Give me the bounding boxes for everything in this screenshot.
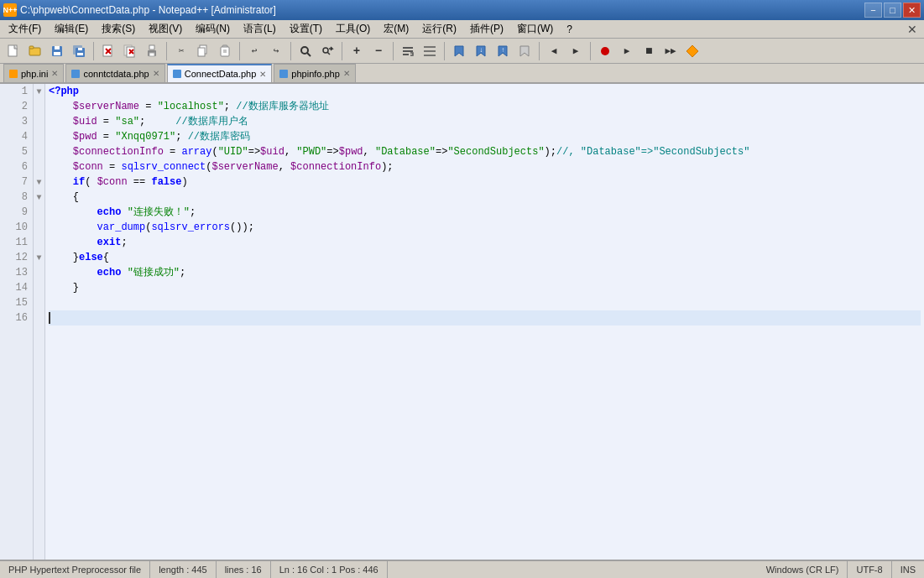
tb-macro-save[interactable]: [682, 41, 702, 61]
tb-save[interactable]: [47, 41, 67, 61]
tb-bookmark-clear[interactable]: [514, 41, 535, 61]
menu-run[interactable]: 运行(R): [415, 20, 463, 38]
tb-cut[interactable]: ✂: [171, 41, 191, 61]
code-line-15: [49, 295, 921, 310]
tb-zoom-in[interactable]: +: [347, 41, 367, 61]
minimize-button[interactable]: −: [864, 3, 882, 18]
tb-run-macro[interactable]: ▶▶: [660, 41, 681, 61]
status-insertmode: INS: [892, 561, 924, 578]
line-num-9: 9: [0, 205, 33, 220]
window-controls: − □ ✕: [864, 3, 921, 18]
line-num-15: 15: [0, 295, 33, 310]
fold-4: [34, 129, 44, 144]
tab-icon-phpinfo: [279, 70, 288, 78]
code-line-11: exit;: [49, 235, 921, 250]
tb-new[interactable]: [3, 41, 23, 61]
tab-close-phpini[interactable]: ✕: [51, 69, 58, 78]
tb-redo[interactable]: ↪: [266, 41, 286, 61]
tab-icon-conntctdata: [71, 70, 80, 78]
tb-wrap[interactable]: [398, 41, 418, 61]
menu-close-button[interactable]: ✕: [902, 23, 922, 36]
tb-copy[interactable]: [193, 41, 213, 61]
title-bar: N++ C:\phpweb\ConnectData.php - Notepad+…: [0, 0, 924, 20]
tab-phpini[interactable]: php.ini ✕: [3, 64, 64, 82]
svg-marker-36: [455, 46, 463, 56]
menu-encoding[interactable]: 编码(N): [189, 20, 237, 38]
tab-close-phpinfo[interactable]: ✕: [343, 69, 350, 78]
fold-7[interactable]: ▼: [34, 174, 44, 190]
maximize-button[interactable]: □: [884, 3, 901, 18]
menu-macro[interactable]: 宏(M): [377, 20, 415, 38]
tb-nav-back[interactable]: ◀: [544, 41, 564, 61]
status-bar: PHP Hypertext Preprocessor file length :…: [0, 560, 924, 578]
tb-zoom-out[interactable]: −: [368, 41, 389, 61]
tab-close-connectdata[interactable]: ✕: [259, 70, 266, 79]
tab-phpinfo[interactable]: phpinfo.php ✕: [274, 64, 356, 82]
svg-text:↓: ↓: [479, 46, 483, 54]
code-line-5: $connectionInfo = array("UID"=>$uid, "PW…: [49, 144, 921, 159]
tb-undo[interactable]: ↩: [244, 41, 264, 61]
tb-print[interactable]: [142, 41, 162, 61]
code-line-16[interactable]: [49, 310, 921, 325]
svg-rect-4: [55, 46, 60, 49]
tb-indent[interactable]: [420, 41, 440, 61]
menu-language[interactable]: 语言(L): [237, 20, 283, 38]
line-num-1: 1: [0, 84, 33, 99]
tb-playback[interactable]: ▶: [617, 41, 637, 61]
close-button[interactable]: ✕: [903, 3, 921, 18]
tab-label-connectdata: ConnectData.php: [185, 69, 257, 79]
menu-tools[interactable]: 工具(O): [329, 20, 377, 38]
status-lines: lines : 16: [217, 561, 271, 578]
fold-5: [34, 144, 44, 159]
code-line-8: {: [49, 190, 921, 205]
menu-bar: 文件(F) 编辑(E) 搜索(S) 视图(V) 编码(N) 语言(L) 设置(T…: [0, 20, 924, 39]
tb-open[interactable]: [25, 41, 45, 61]
tb-save-all[interactable]: [69, 41, 89, 61]
code-area[interactable]: 1 2 3 4 5 6 7 8 9 10 11 12 13 14 15 16 ▼…: [0, 84, 924, 560]
menu-search[interactable]: 搜索(S): [95, 20, 142, 38]
svg-marker-43: [686, 45, 698, 57]
svg-line-29: [327, 52, 330, 55]
menu-view[interactable]: 视图(V): [142, 20, 189, 38]
line-num-4: 4: [0, 129, 33, 144]
tb-nav-fwd[interactable]: ▶: [566, 41, 586, 61]
menu-help[interactable]: ?: [560, 20, 579, 38]
tab-close-conntctdata[interactable]: ✕: [153, 69, 159, 78]
code-editor[interactable]: <?php $serverName = "localhost"; //数据库服务…: [45, 84, 924, 560]
menu-file[interactable]: 文件(F): [2, 20, 48, 38]
fold-1[interactable]: ▼: [34, 84, 44, 99]
fold-12[interactable]: ▼: [34, 250, 44, 265]
sep9: [590, 42, 591, 60]
code-line-2: $serverName = "localhost"; //数据库服务器地址: [49, 99, 921, 114]
tb-stop[interactable]: ⏹: [639, 41, 659, 61]
code-line-14: }: [49, 280, 921, 295]
tab-label-phpinfo: phpinfo.php: [291, 69, 340, 79]
tb-close[interactable]: [98, 41, 118, 61]
tab-conntctdata[interactable]: conntctdata.php ✕: [65, 64, 164, 82]
tb-replace[interactable]: [317, 41, 337, 61]
status-filetype: PHP Hypertext Preprocessor file: [0, 561, 150, 578]
tb-close-all[interactable]: [120, 41, 140, 61]
menu-edit[interactable]: 编辑(E): [48, 20, 95, 38]
tb-paste[interactable]: [215, 41, 235, 61]
line-num-2: 2: [0, 99, 33, 114]
code-line-10: var_dump(sqlsrv_errors());: [49, 220, 921, 235]
status-lineending: Windows (CR LF): [758, 561, 848, 578]
menu-plugins[interactable]: 插件(P): [463, 20, 510, 38]
tb-find[interactable]: [295, 41, 316, 61]
menu-window[interactable]: 窗口(W): [510, 20, 560, 38]
tb-bookmark-prev[interactable]: ↑: [493, 41, 513, 61]
svg-rect-21: [198, 48, 205, 56]
tb-bookmark-toggle[interactable]: [449, 41, 469, 61]
svg-point-42: [601, 47, 609, 55]
tb-record[interactable]: [595, 41, 615, 61]
tb-bookmark-next[interactable]: ↓: [471, 41, 491, 61]
status-position: Ln : 16 Col : 1 Pos : 446: [271, 561, 388, 578]
menu-settings[interactable]: 设置(T): [283, 20, 329, 38]
code-line-3: $uid = "sa"; //数据库用户名: [49, 114, 921, 129]
code-span: <?php: [49, 84, 79, 99]
code-line-4: $pwd = "Xnqq0971"; //数据库密码: [49, 129, 921, 144]
fold-8[interactable]: ▼: [34, 190, 44, 205]
tab-connectdata[interactable]: ConnectData.php ✕: [167, 64, 273, 82]
svg-rect-5: [54, 52, 60, 55]
